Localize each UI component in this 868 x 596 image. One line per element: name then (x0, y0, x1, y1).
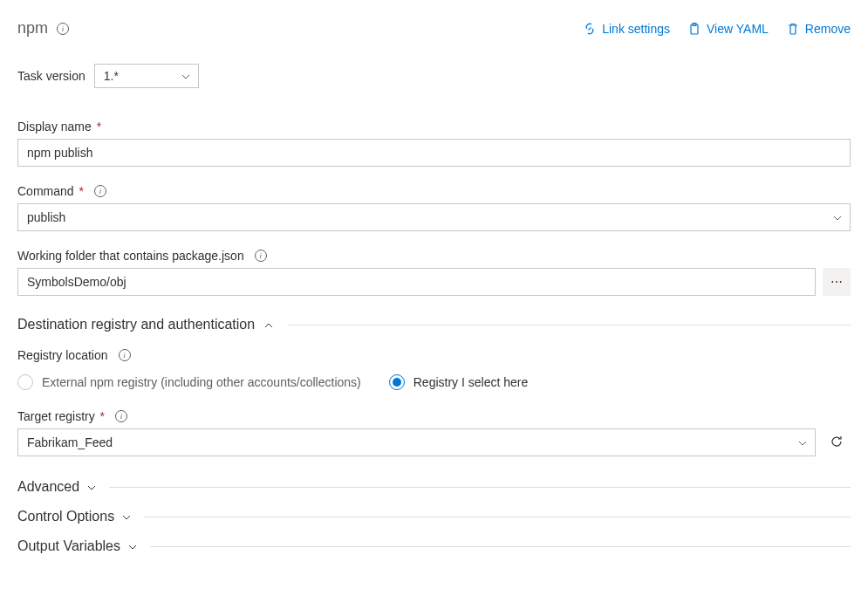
link-icon (583, 22, 597, 36)
registry-location-radios: External npm registry (including other a… (17, 374, 851, 390)
chevron-down-icon (832, 213, 841, 222)
command-value: publish (27, 210, 65, 224)
section-control-options[interactable]: Control Options (17, 509, 851, 524)
task-title: npm (17, 19, 48, 38)
target-registry-value: Fabrikam_Feed (27, 435, 113, 449)
radio-select-here-label: Registry I select here (413, 375, 529, 389)
chevron-down-icon (181, 72, 189, 80)
command-select[interactable]: publish (17, 203, 851, 231)
view-yaml-label: View YAML (707, 22, 769, 36)
task-version-value: 1.* (104, 69, 119, 83)
task-version-select[interactable]: 1.* (94, 64, 199, 88)
radio-external-label: External npm registry (including other a… (42, 375, 361, 389)
registry-location-field: Registry location i External npm registr… (17, 348, 851, 390)
chevron-down-icon (797, 438, 806, 447)
task-header: npm i Link settings View YAML (17, 19, 851, 38)
refresh-button[interactable] (823, 428, 851, 456)
header-links: Link settings View YAML Remove (583, 22, 851, 36)
registry-location-label: Registry location (17, 348, 108, 362)
display-name-label-row: Display name * (17, 120, 851, 134)
divider (150, 546, 851, 547)
link-settings-label: Link settings (602, 22, 670, 36)
section-output-variables[interactable]: Output Variables (17, 538, 851, 554)
link-settings-button[interactable]: Link settings (583, 22, 670, 36)
registry-location-label-row: Registry location i (17, 348, 851, 362)
radio-circle-selected (389, 374, 405, 390)
chevron-down-icon (121, 512, 130, 521)
required-asterisk: * (76, 184, 84, 198)
remove-label: Remove (805, 22, 851, 36)
collapsed-sections: Advanced Control Options Output Variable… (17, 479, 851, 554)
working-folder-label: Working folder that contains package.jso… (17, 249, 244, 263)
chevron-up-icon (263, 320, 272, 329)
chevron-down-icon (127, 542, 136, 551)
display-name-input[interactable] (17, 139, 851, 167)
remove-button[interactable]: Remove (786, 22, 851, 36)
radio-external-registry[interactable]: External npm registry (including other a… (17, 374, 361, 390)
refresh-icon (830, 435, 844, 451)
section-destination-registry[interactable]: Destination registry and authentication (17, 317, 851, 332)
ellipsis-icon: ⋯ (830, 275, 843, 289)
required-asterisk: * (97, 409, 105, 423)
section-advanced-label: Advanced (17, 479, 79, 495)
info-icon[interactable]: i (115, 410, 127, 422)
section-control-options-label: Control Options (17, 509, 114, 524)
working-folder-input[interactable] (17, 268, 816, 296)
divider (288, 325, 851, 325)
target-registry-label-row: Target registry * i (17, 409, 851, 423)
target-registry-label: Target registry (17, 409, 95, 423)
working-folder-field: Working folder that contains package.jso… (17, 249, 851, 296)
radio-circle-unselected (17, 374, 33, 390)
task-version-row: Task version 1.* (17, 64, 851, 88)
target-registry-field: Target registry * i Fabrikam_Feed (17, 409, 851, 456)
command-label: Command (17, 184, 74, 198)
info-icon[interactable]: i (57, 23, 69, 35)
info-icon[interactable]: i (94, 185, 106, 197)
chevron-down-icon (86, 483, 95, 491)
radio-select-here[interactable]: Registry I select here (389, 374, 529, 390)
divider (144, 517, 851, 517)
command-field: Command * i publish (17, 184, 851, 231)
trash-icon (786, 22, 800, 36)
section-output-variables-label: Output Variables (17, 538, 120, 554)
info-icon[interactable]: i (255, 250, 267, 262)
display-name-label: Display name (17, 120, 92, 134)
required-asterisk: * (93, 120, 101, 134)
command-label-row: Command * i (17, 184, 851, 198)
display-name-field: Display name * (17, 120, 851, 167)
divider (109, 487, 851, 488)
info-icon[interactable]: i (119, 349, 131, 361)
view-yaml-button[interactable]: View YAML (687, 22, 769, 36)
target-registry-select[interactable]: Fabrikam_Feed (17, 428, 816, 456)
task-version-label: Task version (17, 69, 85, 83)
radio-dot (393, 378, 401, 387)
section-advanced[interactable]: Advanced (17, 479, 851, 495)
working-folder-label-row: Working folder that contains package.jso… (17, 249, 851, 263)
clipboard-icon (687, 22, 701, 36)
header-left: npm i (17, 19, 69, 38)
section-destination-label: Destination registry and authentication (17, 317, 255, 332)
browse-button[interactable]: ⋯ (823, 268, 851, 296)
